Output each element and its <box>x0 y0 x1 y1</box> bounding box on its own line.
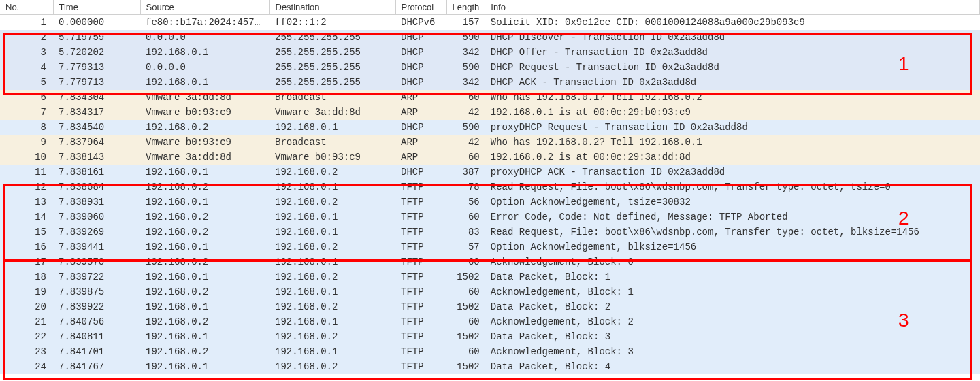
cell-time: 7.839060 <box>53 210 140 225</box>
packet-row[interactable]: 47.7793130.0.0.0255.255.255.255DHCP590DH… <box>0 60 980 75</box>
cell-source: 192.168.0.2 <box>140 344 270 359</box>
packet-row[interactable]: 35.720202192.168.0.1255.255.255.255DHCP3… <box>0 45 980 60</box>
cell-no: 22 <box>0 329 53 344</box>
packet-row[interactable]: 127.838684192.168.0.2192.168.0.1TFTP78Re… <box>0 180 980 195</box>
cell-no: 14 <box>0 210 53 225</box>
cell-source: 192.168.0.1 <box>140 75 270 90</box>
cell-length: 1502 <box>446 299 485 314</box>
cell-no: 12 <box>0 180 53 195</box>
column-header-info[interactable]: Info <box>485 0 980 15</box>
cell-info: 192.168.0.2 is at 00:0c:29:3a:dd:8d <box>485 150 980 165</box>
column-header-source[interactable]: Source <box>140 0 270 15</box>
cell-length: 1502 <box>446 269 485 284</box>
cell-destination: 192.168.0.2 <box>270 359 395 374</box>
cell-destination: 255.255.255.255 <box>270 45 395 60</box>
cell-protocol: TFTP <box>395 359 446 374</box>
cell-info: Acknowledgement, Block: 2 <box>485 314 980 329</box>
cell-no: 24 <box>0 359 53 374</box>
packet-row[interactable]: 10.000000fe80::b17a:2024:457…ff02::1:2DH… <box>0 15 980 31</box>
packet-row[interactable]: 25.7197590.0.0.0255.255.255.255DHCP590DH… <box>0 30 980 45</box>
cell-length: 60 <box>446 210 485 225</box>
column-header-row[interactable]: No. Time Source Destination Protocol Len… <box>0 0 980 15</box>
cell-no: 11 <box>0 165 53 180</box>
cell-protocol: ARP <box>395 105 446 120</box>
packet-row[interactable]: 227.840811192.168.0.1192.168.0.2TFTP1502… <box>0 329 980 344</box>
cell-time: 7.834317 <box>53 105 140 120</box>
cell-length: 1502 <box>446 359 485 374</box>
cell-protocol: TFTP <box>395 195 446 210</box>
cell-info: Acknowledgement, Block: 1 <box>485 284 980 299</box>
cell-protocol: DHCP <box>395 165 446 180</box>
packet-row[interactable]: 167.839441192.168.0.1192.168.0.2TFTP57Op… <box>0 239 980 254</box>
cell-destination: 192.168.0.1 <box>270 225 395 239</box>
cell-destination: 192.168.0.1 <box>270 180 395 195</box>
packet-row[interactable]: 137.838931192.168.0.1192.168.0.2TFTP56Op… <box>0 195 980 210</box>
cell-no: 7 <box>0 105 53 120</box>
packet-row[interactable]: 117.838161192.168.0.1192.168.0.2DHCP387p… <box>0 165 980 180</box>
cell-info: Acknowledgement, Block: 0 <box>485 254 980 269</box>
packet-row[interactable]: 77.834317Vmware_b0:93:c9Vmware_3a:dd:8dA… <box>0 105 980 120</box>
cell-destination: ff02::1:2 <box>270 15 395 31</box>
cell-destination: 192.168.0.1 <box>270 254 395 269</box>
cell-protocol: ARP <box>395 135 446 150</box>
cell-destination: 192.168.0.1 <box>270 344 395 359</box>
cell-source: 192.168.0.2 <box>140 284 270 299</box>
packet-row[interactable]: 67.834304Vmware_3a:dd:8dBroadcastARP60Wh… <box>0 90 980 105</box>
packet-row[interactable]: 207.839922192.168.0.1192.168.0.2TFTP1502… <box>0 299 980 314</box>
cell-protocol: DHCP <box>395 45 446 60</box>
cell-protocol: TFTP <box>395 225 446 239</box>
cell-length: 1502 <box>446 329 485 344</box>
cell-no: 18 <box>0 269 53 284</box>
packet-row[interactable]: 197.839875192.168.0.2192.168.0.1TFTP60Ac… <box>0 284 980 299</box>
packet-row[interactable]: 177.839570192.168.0.2192.168.0.1TFTP60Ac… <box>0 254 980 269</box>
cell-time: 7.839269 <box>53 225 140 239</box>
cell-destination: 192.168.0.2 <box>270 299 395 314</box>
cell-protocol: TFTP <box>395 314 446 329</box>
packet-row[interactable]: 187.839722192.168.0.1192.168.0.2TFTP1502… <box>0 269 980 284</box>
cell-info: Acknowledgement, Block: 3 <box>485 344 980 359</box>
packet-row[interactable]: 87.834540192.168.0.2192.168.0.1DHCP590pr… <box>0 120 980 135</box>
column-header-protocol[interactable]: Protocol <box>395 0 446 15</box>
cell-source: 192.168.0.2 <box>140 120 270 135</box>
cell-source: Vmware_b0:93:c9 <box>140 135 270 150</box>
column-header-destination[interactable]: Destination <box>270 0 395 15</box>
cell-time: 0.000000 <box>53 15 140 31</box>
column-header-time[interactable]: Time <box>53 0 140 15</box>
cell-source: Vmware_3a:dd:8d <box>140 90 270 105</box>
cell-destination: 192.168.0.2 <box>270 239 395 254</box>
cell-protocol: TFTP <box>395 284 446 299</box>
cell-no: 21 <box>0 314 53 329</box>
packet-row[interactable]: 247.841767192.168.0.1192.168.0.2TFTP1502… <box>0 359 980 374</box>
cell-protocol: TFTP <box>395 269 446 284</box>
cell-no: 23 <box>0 344 53 359</box>
cell-length: 56 <box>446 195 485 210</box>
packet-row[interactable]: 217.840756192.168.0.2192.168.0.1TFTP60Ac… <box>0 314 980 329</box>
cell-destination: 192.168.0.2 <box>270 329 395 344</box>
packet-row[interactable]: 57.779713192.168.0.1255.255.255.255DHCP3… <box>0 75 980 90</box>
cell-no: 1 <box>0 15 53 31</box>
cell-source: 192.168.0.1 <box>140 165 270 180</box>
cell-time: 7.839722 <box>53 269 140 284</box>
cell-time: 7.837964 <box>53 135 140 150</box>
cell-info: DHCP Request - Transaction ID 0x2a3add8d <box>485 60 980 75</box>
column-header-no[interactable]: No. <box>0 0 53 15</box>
cell-time: 7.840811 <box>53 329 140 344</box>
cell-no: 16 <box>0 239 53 254</box>
cell-protocol: TFTP <box>395 180 446 195</box>
packet-row[interactable]: 147.839060192.168.0.2192.168.0.1TFTP60Er… <box>0 210 980 225</box>
cell-destination: 255.255.255.255 <box>270 60 395 75</box>
packet-row[interactable]: 237.841701192.168.0.2192.168.0.1TFTP60Ac… <box>0 344 980 359</box>
cell-length: 60 <box>446 284 485 299</box>
packet-list-table[interactable]: No. Time Source Destination Protocol Len… <box>0 0 980 374</box>
cell-length: 387 <box>446 165 485 180</box>
cell-info: Read Request, File: boot\x86\wdsnbp.com,… <box>485 180 980 195</box>
packet-row[interactable]: 97.837964Vmware_b0:93:c9BroadcastARP42Wh… <box>0 135 980 150</box>
cell-protocol: ARP <box>395 90 446 105</box>
cell-length: 42 <box>446 105 485 120</box>
cell-info: DHCP Discover - Transaction ID 0x2a3add8… <box>485 30 980 45</box>
cell-length: 60 <box>446 314 485 329</box>
packet-row[interactable]: 157.839269192.168.0.2192.168.0.1TFTP83Re… <box>0 225 980 239</box>
column-header-length[interactable]: Length <box>446 0 485 15</box>
packet-row[interactable]: 107.838143Vmware_3a:dd:8dVmware_b0:93:c9… <box>0 150 980 165</box>
cell-no: 17 <box>0 254 53 269</box>
